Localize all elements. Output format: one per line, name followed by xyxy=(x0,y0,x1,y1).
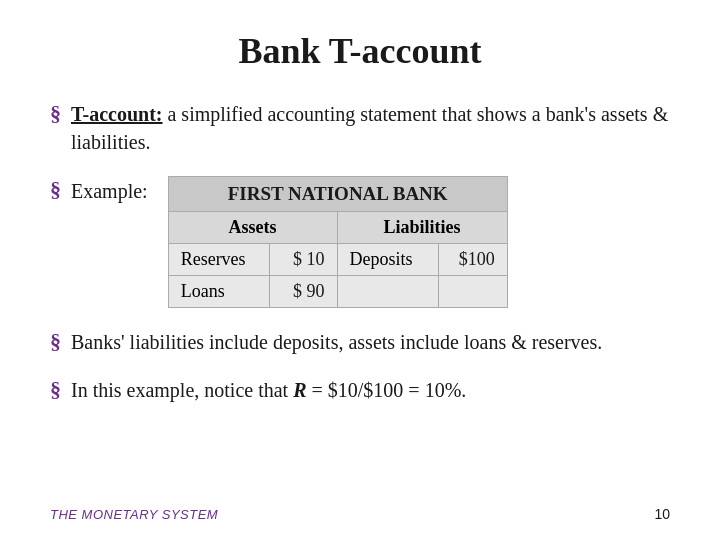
formula-suffix: = $10/$100 = 10%. xyxy=(307,379,467,401)
bullet-formula-section: § In this example, notice that R = $10/$… xyxy=(50,376,670,404)
liab-empty-value xyxy=(438,276,507,308)
bullet-example-section: § Example: FIRST NATIONAL BANK Assets Li… xyxy=(50,176,670,308)
assets-col-header: Assets xyxy=(168,212,337,244)
formula-text: In this example, notice that R = $10/$10… xyxy=(71,376,466,404)
footer: THE MONETARY SYSTEM 10 xyxy=(50,506,670,522)
example-label: Example: xyxy=(71,180,148,203)
bullet-icon-3: § xyxy=(50,329,61,355)
reserves-label: Reserves xyxy=(168,244,269,276)
footer-left-text: THE MONETARY SYSTEM xyxy=(50,507,218,522)
table-bank-name-row: FIRST NATIONAL BANK xyxy=(168,177,507,212)
deposits-value: $100 xyxy=(438,244,507,276)
bullet-icon-4: § xyxy=(50,377,61,403)
bullet-icon-2: § xyxy=(50,177,61,203)
reserves-value: $ 10 xyxy=(270,244,338,276)
formula-prefix: In this example, notice that xyxy=(71,379,293,401)
liabilities-col-header: Liabilities xyxy=(337,212,507,244)
liab-empty-label xyxy=(337,276,438,308)
footer-page-number: 10 xyxy=(654,506,670,522)
liabilities-text: Banks' liabilities include deposits, ass… xyxy=(71,328,602,356)
table-row-reserves: Reserves $ 10 Deposits $100 xyxy=(168,244,507,276)
deposits-label: Deposits xyxy=(337,244,438,276)
slide: Bank T-account § T-account: a simplified… xyxy=(0,0,720,540)
table-col-headers-row: Assets Liabilities xyxy=(168,212,507,244)
bullet-definition-section: § T-account: a simplified accounting sta… xyxy=(50,100,670,156)
bank-name-cell: FIRST NATIONAL BANK xyxy=(168,177,507,212)
t-account-table: FIRST NATIONAL BANK Assets Liabilities R… xyxy=(168,176,508,308)
table-row-loans: Loans $ 90 xyxy=(168,276,507,308)
bullet-definition-text: T-account: a simplified accounting state… xyxy=(71,100,670,156)
term-taccount: T-account: xyxy=(71,103,162,125)
bullet-icon-1: § xyxy=(50,101,61,127)
r-variable: R xyxy=(293,379,306,401)
bullet-liabilities-section: § Banks' liabilities include deposits, a… xyxy=(50,328,670,356)
loans-label: Loans xyxy=(168,276,269,308)
loans-value: $ 90 xyxy=(270,276,338,308)
slide-title: Bank T-account xyxy=(50,30,670,72)
